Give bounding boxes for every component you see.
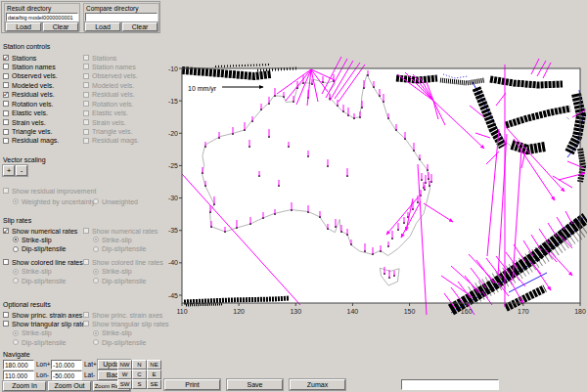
control-label: Show residual improvement [12,188,96,195]
control-label: Modeled vels. [92,82,134,89]
slip-rates-left-column: Show numerical ratesStrike-slipDip-slip/… [3,227,83,286]
stations-right-checkbox-residual-vels: Residual vels. [83,91,163,100]
result-directory-input[interactable] [6,13,78,22]
y-tick-label: -20 [168,130,178,137]
lon-min-field[interactable] [3,370,34,380]
radio-button [13,269,19,275]
compass-w-button[interactable]: W [117,370,132,379]
slip-rates-title: Slip rates [3,217,31,224]
optional-results-left-column: Show princ. strain axesShow triangular s… [3,311,83,348]
control-label: Station names [12,64,56,70]
zoom-in-button[interactable]: Zoom In [3,381,46,391]
control-label: Station names [92,64,136,70]
control-label: Show numerical rates [12,228,77,235]
slip-left-radio-dip-slip-tensile[interactable]: Dip-slip/tensile [3,245,83,254]
stations-left-checkbox-observed-vels[interactable]: Observed vels. [3,72,83,81]
control-label: Show princ. strain axes [92,312,162,319]
optional-left-checkbox-show-princ-strain-axes[interactable]: Show princ. strain axes [3,311,83,320]
checkbox-box[interactable] [3,321,9,327]
control-label: Dip-slip/tensile [22,339,67,346]
compass-se-button[interactable]: SE [147,379,161,389]
stations-right-checkbox-strain-vels: Strain vels. [83,118,163,127]
compass-s-button[interactable]: S [132,379,147,389]
slip-rates-right-column: Show numerical ratesStrike-slipDip-slip/… [83,227,163,286]
stations-left-checkbox-stations[interactable]: Stations [3,54,83,63]
checkbox-box[interactable] [3,64,9,69]
control-label: Residual vels. [92,91,135,98]
compass-n-button[interactable]: N [132,360,147,370]
control-label: Show colored line rates [12,259,83,266]
checkbox-box[interactable] [3,129,9,135]
map-canvas[interactable]: 110120130140150160170180-10-15-20-25-30-… [161,0,587,392]
lon-max-field[interactable] [3,360,34,370]
result-clear-button[interactable]: Clear [43,22,78,31]
result-load-button[interactable]: Load [6,22,41,31]
checkbox-box[interactable] [3,119,9,125]
checkbox-box[interactable] [3,312,9,318]
optional-right-checkbox-show-triangular-slip-rates: Show triangular slip rates [83,320,163,328]
lat-max-field[interactable] [51,360,82,370]
stations-left-checkbox-station-names[interactable]: Station names [3,63,83,71]
control-label: Triangle vels. [92,128,132,135]
control-label: Show colored line rates [92,259,163,266]
lat-min-field[interactable] [51,370,82,380]
stations-left-checkbox-modeled-vels[interactable]: Modeled vels. [3,81,83,90]
checkbox-box[interactable] [3,110,9,116]
compare-load-button[interactable]: Load [85,22,120,31]
optional-left-radio-strike-slip: Strike-slip [3,329,83,338]
optional-left-checkbox-show-triangular-slip-rates[interactable]: Show triangular slip rates [3,320,83,328]
checkbox-box[interactable] [3,101,9,107]
control-label: Show triangular slip rates [12,321,89,327]
radio-button[interactable] [13,246,19,252]
checkbox-box [83,110,89,116]
zoom-out-button[interactable]: Zoom Out [48,381,91,391]
checkbox-box [83,312,89,318]
checkbox-box[interactable] [3,73,9,79]
compare-clear-button[interactable]: Clear [122,22,158,31]
optional-right-checkbox-show-princ-strain-axes: Show princ. strain axes [83,311,163,320]
slip-left-radio-strike-slip[interactable]: Strike-slip [3,236,83,244]
stations-left-checkbox-rotation-vels[interactable]: Rotation vels. [3,100,83,109]
stations-left-checkbox-residual-mags[interactable]: Residual mags. [3,137,83,146]
result-directory-group: Result directory Load Clear [4,3,80,31]
station-controls-left-column: StationsStation namesObserved vels.Model… [3,54,83,146]
compass-ne-button[interactable]: NE [147,360,161,370]
stations-left-checkbox-triangle-vels[interactable]: Triangle vels. [3,128,83,137]
result-directory-label: Result directory [7,5,51,12]
compass-e-button[interactable]: E [147,370,161,379]
control-label: Residual vels. [12,91,55,98]
slip-left-checkbox-show-numerical-rates[interactable]: Show numerical rates [3,227,83,236]
slip-left-checkbox-show-colored-line-rates[interactable]: Show colored line rates [3,258,83,267]
checkbox-box[interactable] [3,55,9,61]
radio-button[interactable] [13,237,19,242]
stations-left-checkbox-elastic-vels[interactable]: Elastic vels. [3,109,83,118]
vector-scale-plus-button[interactable]: + [3,165,15,176]
radio-button [93,237,99,242]
compass-c-button[interactable]: C [132,370,147,379]
radio-button [93,269,99,275]
vector-cluster-band [440,80,484,83]
x-tick-label: 120 [233,308,245,315]
checkbox-box[interactable] [3,82,9,88]
stations-right-checkbox-modeled-vels: Modeled vels. [83,81,163,90]
control-label: Weighted by uncertainty [22,198,95,205]
vector-scale-minus-button[interactable]: - [16,165,27,176]
stations-left-checkbox-strain-vels[interactable]: Strain vels. [3,118,83,127]
checkbox-box[interactable] [3,228,9,234]
checkbox-box[interactable] [3,92,9,98]
control-label: Strike-slip [102,329,132,336]
checkbox-box [83,321,89,327]
compass-sw-button[interactable]: SW [117,379,132,389]
station-controls-right-column: StationsStation namesObserved vels.Model… [83,54,163,146]
y-tick-label: -35 [168,227,178,234]
checkbox-box [83,228,89,234]
stations-left-checkbox-residual-vels[interactable]: Residual vels. [3,91,83,100]
lat-max-label: Lat+ [84,361,97,368]
scale-label: 10 mm/yr [188,85,217,93]
checkbox-box[interactable] [3,138,9,144]
residual-weighting-row: Weighted by uncertaintyUnweighted [3,197,159,207]
checkbox-box[interactable] [3,259,9,265]
control-label: Strain vels. [92,119,126,126]
compass-nw-button[interactable]: NW [117,360,132,370]
compare-directory-input[interactable] [85,13,158,22]
